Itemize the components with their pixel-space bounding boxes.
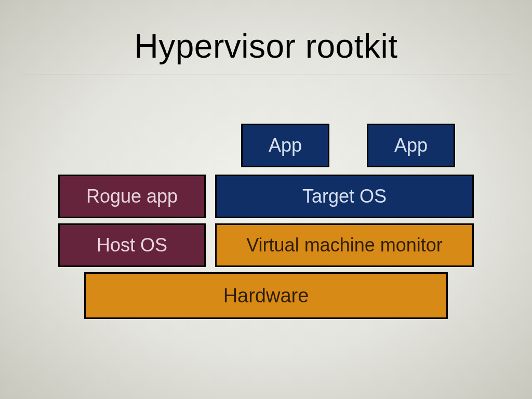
title-divider	[21, 74, 511, 74]
spacer	[58, 124, 214, 169]
architecture-diagram: App App Rogue app Target OS Host OS Virt…	[58, 124, 474, 324]
row-apps: App App	[58, 124, 474, 169]
box-vmm: Virtual machine monitor	[215, 223, 474, 267]
box-target-os: Target OS	[215, 175, 474, 218]
row-os: Rogue app Target OS	[58, 175, 474, 218]
spacer	[339, 124, 357, 169]
box-rogue-app: Rogue app	[58, 175, 206, 218]
box-hardware: Hardware	[84, 272, 448, 319]
box-host-os: Host OS	[58, 223, 206, 267]
row-hardware: Hardware	[58, 272, 474, 319]
slide-title: Hypervisor rootkit	[0, 27, 532, 65]
box-app-2: App	[367, 124, 455, 167]
spacer	[223, 124, 232, 169]
box-app-1: App	[241, 124, 329, 167]
row-host-vmm: Host OS Virtual machine monitor	[58, 223, 474, 267]
